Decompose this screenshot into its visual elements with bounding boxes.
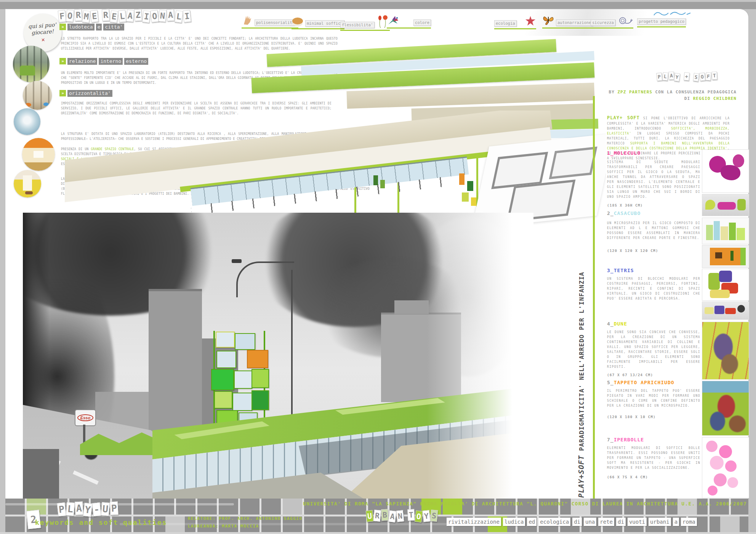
street-photomontage: Esso [23, 213, 533, 499]
building-penthouse [394, 300, 429, 314]
chevron-icon: » [59, 58, 66, 64]
product-dims-iperbolle: (66 X 75 X 4 CM) [607, 475, 648, 479]
thumb-tetris-stack [702, 269, 749, 300]
keyword-underline [542, 27, 593, 29]
keyword-underline [494, 28, 536, 29]
thumb-tetris-flat [702, 302, 749, 319]
keyword-ecologia: ecologia [494, 15, 536, 27]
board-series-title: PLAY-UP [57, 502, 119, 516]
thumb-dune-photo [702, 322, 749, 379]
street-lamp-arm [236, 261, 294, 297]
word-tile: rivitalizzazione [447, 518, 501, 526]
badge-text: qui si puo' giocare! [23, 21, 62, 36]
word-tile: ecologica [538, 518, 570, 526]
product-body-tetris: UN SISTEMA DI BLOCCHI MODULARI PER COSTR… [607, 277, 700, 301]
photo-ludoteca-interior-5 [14, 170, 41, 197]
word-tile: vuoti [628, 518, 647, 526]
furniture-box [459, 173, 464, 185]
product-heading-tappeto: 5_TAPPETO APRICHIUDO [607, 380, 674, 385]
doodle-icon [653, 10, 691, 18]
footer-relatore: RELATORE: PROF. ARCH. ANTONINO SAGGIO [188, 515, 303, 522]
product-heading-iperbolle: 7_IPERBOLLE [607, 437, 644, 443]
product-dims-tappeto: (120 X 180 X 10 CM) [607, 415, 656, 419]
product-heading-casacubo: 2_CASACUBO [607, 210, 641, 216]
section-label-ludoteca: » ludotecaecitta' [59, 24, 124, 30]
playsoft-byline: BY ZPZ PARTNERS CON LA CONSULENZA PEDAGO… [608, 89, 737, 102]
keyword-label: minimal soffice [305, 20, 344, 27]
chevron-icon: » [59, 90, 66, 96]
keyword-sicurezza: sicurezza [591, 15, 633, 26]
x-mark-icon: ✕ [41, 36, 45, 43]
product-body-iperbolle: ELEMENTI MODULARI DI SOFFICI BOLLE TRASP… [607, 446, 700, 471]
axonometric-render [65, 111, 606, 225]
product-heading-dune: 4_DUNE [607, 321, 627, 327]
street-lamp-head [232, 259, 242, 263]
word-tile: relazione [67, 58, 97, 65]
bottom-strip [0, 532, 756, 534]
furniture-box [467, 181, 473, 191]
keyword-polisensorialita: polisensorialita' [242, 14, 298, 26]
vertical-strip-title: PLAY+SOFT PARADIGMATICITA' NELL'ARREDO P… [577, 231, 585, 498]
esso-sign-text: Esso [77, 414, 93, 421]
urban-toys-title: URBANTOYS [366, 510, 438, 521]
thumb-iperbolle-photo [702, 438, 749, 498]
keyword-colore: colore [387, 14, 431, 26]
keyword-underline [637, 26, 686, 27]
footer-university: UNIVERSITA' DI ROMA "LA SAPIENZA" PRIMA … [267, 500, 747, 508]
plan-floor [472, 133, 606, 225]
butterfly-icon [542, 14, 554, 26]
furniture-box [373, 175, 378, 185]
section-label-relazione: » relazioneinternoesterno [59, 58, 148, 65]
playsoft-intro-lead: PLAY+ SOFT [607, 115, 640, 120]
starfish-icon [525, 15, 536, 27]
thumb-moleculo [702, 150, 749, 192]
keyword-label: autonarrazione [556, 19, 593, 26]
photo-ludoteca-interior-1 [13, 46, 50, 82]
roadside-wall [23, 449, 59, 499]
keyword-label: progetto pedagogico [637, 18, 686, 25]
word-tile: ed [527, 518, 537, 526]
word-tile: rete [598, 518, 614, 526]
keyword-label: ecologia [494, 20, 517, 27]
bun-icon [292, 17, 304, 27]
word-tile: roma [681, 518, 697, 526]
product-body-tappeto: IL PERIMETRO DEL TAPPETO PUO' ESSERE PIE… [607, 389, 700, 409]
word-tile: a [673, 518, 679, 526]
keyword-progetto-pedagogico: progetto pedagogico [637, 18, 686, 25]
keyword-label: colore [413, 19, 431, 26]
page-title: FORMERELAZIONALI [58, 10, 191, 22]
word-tile: di [572, 518, 582, 526]
footer-laureanda: LAUREANDA: MARTA MOCCIA [188, 523, 259, 530]
playsoft-title: PLAY+SOFT [656, 72, 717, 80]
product-body-moleculo: SISTEMA DI SEDUTE MODULARI TRASFORMABILI… [607, 160, 700, 200]
keyword-label: sicurezza [591, 19, 615, 26]
product-dims-casacubo: (120 X 120 X 120 CM) [607, 249, 658, 253]
keyword-underline [340, 30, 390, 31]
photo-ludoteca-interior-3 [14, 108, 40, 135]
top-gray-bar [0, 2, 756, 9]
bird-icon [387, 14, 400, 26]
keyword-label: flessibilita' [340, 22, 375, 28]
keyword-minimal-soffice: minimal soffice [292, 17, 344, 27]
word-tile: di [616, 518, 626, 526]
word-tile: ludoteca [67, 24, 94, 30]
word-tile: una [584, 518, 596, 526]
keyword-underline [242, 27, 298, 29]
furniture-box [380, 180, 385, 188]
word-tile: interno [99, 58, 123, 65]
thumb-moleculo-elements [702, 194, 749, 216]
esso-sign: Esso [75, 409, 96, 426]
footer-tagline: rivitalizzazioneludicaedecologicadiunare… [447, 518, 748, 526]
snail-icon [618, 15, 633, 26]
product-heading-tetris: 3_TETRIS [607, 268, 634, 273]
keyword-underline [591, 27, 633, 29]
product-body-dune: LE DUNE SONO SIA CONCAVE CHE CONVESSE, P… [607, 330, 700, 370]
photo-ludoteca-interior-4 [22, 138, 55, 171]
product-body-casacubo: UN MICROSPAZIO PER IL GIOCO COMPOSTO DI … [607, 221, 700, 241]
word-tile: e [96, 24, 102, 30]
keyword-flessibilita: flessibilita' [340, 15, 390, 28]
photo-ludoteca-interior-2 [23, 81, 52, 110]
word-tile: esterno [124, 58, 148, 65]
footer-subtitle: keywords and soft qualities [35, 517, 167, 528]
keyword-underline [387, 27, 431, 29]
